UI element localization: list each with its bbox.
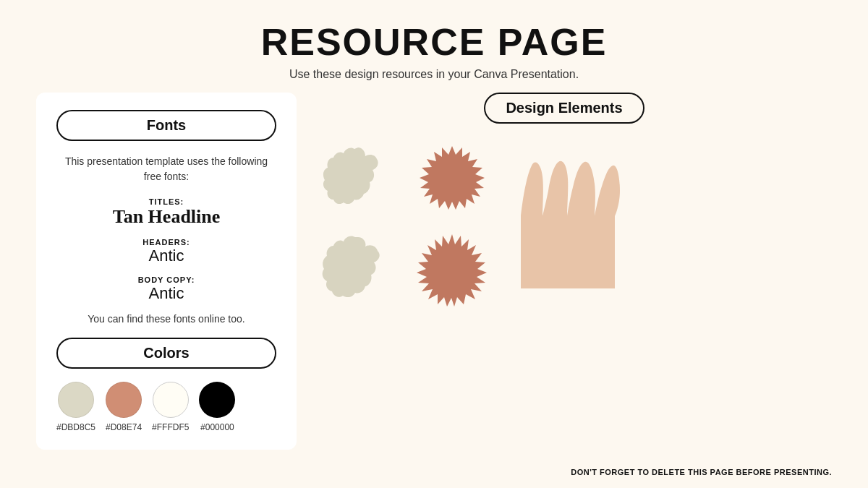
title-category: TITLES:: [56, 197, 276, 206]
color-hex-4: #000000: [200, 422, 234, 432]
swatch-3: #FFFDF5: [152, 382, 189, 432]
shapes-col-1: [318, 138, 398, 309]
page-subtitle: Use these design resources in your Canva…: [0, 68, 868, 81]
title-font-name: Tan Headline: [56, 206, 276, 228]
right-panel: Design Elements: [297, 93, 832, 450]
color-hex-2: #D08E74: [106, 422, 142, 432]
colors-section: Colors #DBD8C5 #D08E74 #FFFDF5 #000000: [56, 338, 276, 432]
shape-beige-flower-1: [318, 138, 398, 218]
shape-terracotta-spiky-2: [412, 229, 492, 309]
color-circle-3: [153, 382, 189, 418]
shapes-col-2: [412, 138, 492, 309]
fonts-description: This presentation template uses the foll…: [56, 154, 276, 184]
color-circle-4: [199, 382, 235, 418]
bodycopy-category: BODY COPY:: [56, 275, 276, 284]
page-title: RESOURCE PAGE: [0, 20, 868, 64]
shapes-grid: [318, 138, 810, 309]
swatch-4: #000000: [199, 382, 235, 432]
shape-peach-crown: [506, 151, 629, 296]
color-swatches: #DBD8C5 #D08E74 #FFFDF5 #000000: [56, 382, 276, 432]
bodycopy-font-name: Antic: [56, 284, 276, 303]
main-content: Fonts This presentation template uses th…: [36, 93, 832, 450]
color-circle-2: [106, 382, 142, 418]
color-circle-1: [58, 382, 94, 418]
fonts-header-box: Fonts: [56, 110, 276, 141]
left-panel: Fonts This presentation template uses th…: [36, 93, 297, 450]
swatch-1: #DBD8C5: [56, 382, 95, 432]
headers-font-entry: HEADERS: Antic: [56, 238, 276, 265]
shape-beige-flower-2: [318, 229, 398, 309]
swatch-2: #D08E74: [106, 382, 142, 432]
footer-note: DON'T FORGET TO DELETE THIS PAGE BEFORE …: [571, 468, 832, 476]
color-hex-3: #FFFDF5: [152, 422, 189, 432]
color-hex-1: #DBD8C5: [56, 422, 95, 432]
headers-font-name: Antic: [56, 247, 276, 265]
fonts-label: Fonts: [147, 117, 186, 133]
colors-label: Colors: [143, 345, 189, 361]
headers-category: HEADERS:: [56, 238, 276, 247]
colors-header-box: Colors: [56, 338, 276, 369]
fonts-note: You can find these fonts online too.: [56, 313, 276, 325]
page-header: RESOURCE PAGE Use these design resources…: [0, 0, 868, 93]
design-elements-label: Design Elements: [506, 100, 622, 116]
title-font-entry: TITLES: Tan Headline: [56, 197, 276, 228]
shapes-col-3: [506, 151, 629, 296]
bodycopy-font-entry: BODY COPY: Antic: [56, 275, 276, 303]
design-elements-header: Design Elements: [484, 93, 644, 124]
shape-terracotta-spiky-1: [412, 138, 492, 218]
